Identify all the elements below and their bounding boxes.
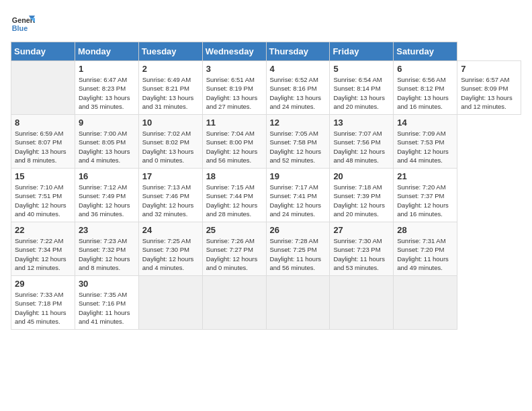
day-number: 22 xyxy=(15,225,71,235)
weekday-header-monday: Monday xyxy=(75,42,138,61)
day-number: 21 xyxy=(397,171,453,181)
day-number: 26 xyxy=(270,225,326,235)
calendar-cell-week1-day7: 7Sunrise: 6:57 AMSunset: 8:09 PMDaylight… xyxy=(457,61,521,115)
calendar-cell-week2-day4: 12Sunrise: 7:05 AMSunset: 7:58 PMDayligh… xyxy=(266,115,330,169)
svg-text:Blue: Blue xyxy=(12,24,28,32)
day-info: Sunrise: 7:30 AMSunset: 7:23 PMDaylight:… xyxy=(333,236,390,272)
day-number: 5 xyxy=(333,64,390,74)
day-info: Sunrise: 7:02 AMSunset: 8:02 PMDaylight:… xyxy=(142,129,199,165)
day-info: Sunrise: 7:35 AMSunset: 7:16 PMDaylight:… xyxy=(79,290,135,326)
week-row-2: 8Sunrise: 6:59 AMSunset: 8:07 PMDaylight… xyxy=(11,115,521,169)
day-number: 10 xyxy=(142,118,199,128)
calendar-cell-week4-day4: 26Sunrise: 7:28 AMSunset: 7:25 PMDayligh… xyxy=(266,222,330,276)
day-info: Sunrise: 7:28 AMSunset: 7:25 PMDaylight:… xyxy=(270,236,326,272)
day-number: 25 xyxy=(206,225,263,235)
day-info: Sunrise: 6:51 AMSunset: 8:19 PMDaylight:… xyxy=(206,75,263,111)
day-number: 13 xyxy=(333,118,390,128)
calendar-cell-week3-day0: 15Sunrise: 7:10 AMSunset: 7:51 PMDayligh… xyxy=(11,169,75,222)
day-number: 19 xyxy=(270,171,326,181)
calendar-cell-week1-day2: 2Sunrise: 6:49 AMSunset: 8:21 PMDaylight… xyxy=(138,61,202,115)
day-info: Sunrise: 7:31 AMSunset: 7:20 PMDaylight:… xyxy=(397,236,453,272)
day-info: Sunrise: 7:15 AMSunset: 7:44 PMDaylight:… xyxy=(206,183,263,218)
calendar-cell-week1-day3: 3Sunrise: 6:51 AMSunset: 8:19 PMDaylight… xyxy=(202,61,266,115)
day-number: 18 xyxy=(206,171,263,181)
day-number: 27 xyxy=(333,225,390,235)
calendar-cell-week4-day1: 23Sunrise: 7:23 AMSunset: 7:32 PMDayligh… xyxy=(75,222,138,276)
weekday-header-thursday: Thursday xyxy=(266,42,330,61)
weekday-header-row: SundayMondayTuesdayWednesdayThursdayFrid… xyxy=(11,42,521,61)
calendar-cell-week3-day5: 20Sunrise: 7:18 AMSunset: 7:39 PMDayligh… xyxy=(330,169,394,222)
calendar-cell-week1-day0 xyxy=(11,61,75,115)
logo: General Blue xyxy=(11,11,35,35)
day-number: 11 xyxy=(206,118,263,128)
weekday-header-wednesday: Wednesday xyxy=(202,42,266,61)
day-info: Sunrise: 7:04 AMSunset: 8:00 PMDaylight:… xyxy=(206,129,263,165)
calendar-cell-week3-day2: 17Sunrise: 7:13 AMSunset: 7:46 PMDayligh… xyxy=(138,169,202,222)
day-info: Sunrise: 7:17 AMSunset: 7:41 PMDaylight:… xyxy=(270,183,326,218)
weekday-header-friday: Friday xyxy=(330,42,394,61)
day-number: 20 xyxy=(333,171,390,181)
calendar-cell-week3-day4: 19Sunrise: 7:17 AMSunset: 7:41 PMDayligh… xyxy=(266,169,330,222)
day-info: Sunrise: 7:09 AMSunset: 7:53 PMDaylight:… xyxy=(397,129,453,165)
day-number: 29 xyxy=(15,279,71,289)
day-number: 6 xyxy=(397,64,453,74)
page-header: General Blue xyxy=(11,11,521,35)
calendar-cell-week1-day6: 6Sunrise: 6:56 AMSunset: 8:12 PMDaylight… xyxy=(394,61,457,115)
calendar-cell-week4-day6: 28Sunrise: 7:31 AMSunset: 7:20 PMDayligh… xyxy=(394,222,457,276)
calendar-cell-week5-day6 xyxy=(394,276,457,330)
day-info: Sunrise: 6:54 AMSunset: 8:14 PMDaylight:… xyxy=(333,75,390,111)
calendar-cell-week4-day5: 27Sunrise: 7:30 AMSunset: 7:23 PMDayligh… xyxy=(330,222,394,276)
week-row-3: 15Sunrise: 7:10 AMSunset: 7:51 PMDayligh… xyxy=(11,169,521,222)
logo-icon: General Blue xyxy=(11,11,35,35)
day-info: Sunrise: 7:23 AMSunset: 7:32 PMDaylight:… xyxy=(79,236,135,272)
calendar-cell-week3-day1: 16Sunrise: 7:12 AMSunset: 7:49 PMDayligh… xyxy=(75,169,138,222)
day-number: 4 xyxy=(270,64,326,74)
day-info: Sunrise: 7:05 AMSunset: 7:58 PMDaylight:… xyxy=(270,129,326,165)
weekday-header-saturday: Saturday xyxy=(394,42,457,61)
calendar-cell-week4-day0: 22Sunrise: 7:22 AMSunset: 7:34 PMDayligh… xyxy=(11,222,75,276)
calendar-cell-week5-day5 xyxy=(330,276,394,330)
day-number: 14 xyxy=(397,118,453,128)
day-info: Sunrise: 7:13 AMSunset: 7:46 PMDaylight:… xyxy=(142,183,199,218)
day-number: 1 xyxy=(79,64,135,74)
calendar-cell-week5-day3 xyxy=(202,276,266,330)
day-info: Sunrise: 7:10 AMSunset: 7:51 PMDaylight:… xyxy=(15,183,71,218)
week-row-1: 1Sunrise: 6:47 AMSunset: 8:23 PMDaylight… xyxy=(11,61,521,115)
day-number: 23 xyxy=(79,225,135,235)
calendar-cell-week2-day2: 10Sunrise: 7:02 AMSunset: 8:02 PMDayligh… xyxy=(138,115,202,169)
day-info: Sunrise: 6:56 AMSunset: 8:12 PMDaylight:… xyxy=(397,75,453,111)
day-info: Sunrise: 6:57 AMSunset: 8:09 PMDaylight:… xyxy=(461,75,517,111)
day-info: Sunrise: 7:20 AMSunset: 7:37 PMDaylight:… xyxy=(397,183,453,218)
calendar-cell-week4-day3: 25Sunrise: 7:26 AMSunset: 7:27 PMDayligh… xyxy=(202,222,266,276)
day-number: 24 xyxy=(142,225,199,235)
day-info: Sunrise: 7:07 AMSunset: 7:56 PMDaylight:… xyxy=(333,129,390,165)
calendar-cell-week5-day0: 29Sunrise: 7:33 AMSunset: 7:18 PMDayligh… xyxy=(11,276,75,330)
calendar-cell-week5-day2 xyxy=(138,276,202,330)
calendar-cell-week2-day6: 14Sunrise: 7:09 AMSunset: 7:53 PMDayligh… xyxy=(394,115,457,169)
day-info: Sunrise: 6:47 AMSunset: 8:23 PMDaylight:… xyxy=(79,75,135,111)
calendar-cell-week4-day2: 24Sunrise: 7:25 AMSunset: 7:30 PMDayligh… xyxy=(138,222,202,276)
weekday-header-sunday: Sunday xyxy=(11,42,75,61)
calendar-cell-week3-day3: 18Sunrise: 7:15 AMSunset: 7:44 PMDayligh… xyxy=(202,169,266,222)
day-number: 2 xyxy=(142,64,199,74)
day-info: Sunrise: 7:25 AMSunset: 7:30 PMDaylight:… xyxy=(142,236,199,272)
day-info: Sunrise: 7:12 AMSunset: 7:49 PMDaylight:… xyxy=(79,183,135,218)
calendar-cell-week3-day6: 21Sunrise: 7:20 AMSunset: 7:37 PMDayligh… xyxy=(394,169,457,222)
day-number: 15 xyxy=(15,171,71,181)
day-number: 17 xyxy=(142,171,199,181)
day-number: 16 xyxy=(79,171,135,181)
day-info: Sunrise: 7:00 AMSunset: 8:05 PMDaylight:… xyxy=(79,129,135,165)
calendar-cell-week2-day1: 9Sunrise: 7:00 AMSunset: 8:05 PMDaylight… xyxy=(75,115,138,169)
calendar-cell-week1-day5: 5Sunrise: 6:54 AMSunset: 8:14 PMDaylight… xyxy=(330,61,394,115)
calendar-cell-week2-day5: 13Sunrise: 7:07 AMSunset: 7:56 PMDayligh… xyxy=(330,115,394,169)
day-number: 9 xyxy=(79,118,135,128)
calendar-cell-week5-day1: 30Sunrise: 7:35 AMSunset: 7:16 PMDayligh… xyxy=(75,276,138,330)
day-number: 7 xyxy=(461,64,517,74)
day-info: Sunrise: 7:22 AMSunset: 7:34 PMDaylight:… xyxy=(15,236,71,272)
calendar-cell-week2-day3: 11Sunrise: 7:04 AMSunset: 8:00 PMDayligh… xyxy=(202,115,266,169)
weekday-header-tuesday: Tuesday xyxy=(138,42,202,61)
day-number: 30 xyxy=(79,279,135,289)
day-info: Sunrise: 7:26 AMSunset: 7:27 PMDaylight:… xyxy=(206,236,263,272)
day-info: Sunrise: 6:52 AMSunset: 8:16 PMDaylight:… xyxy=(270,75,326,111)
calendar-cell-week2-day0: 8Sunrise: 6:59 AMSunset: 8:07 PMDaylight… xyxy=(11,115,75,169)
